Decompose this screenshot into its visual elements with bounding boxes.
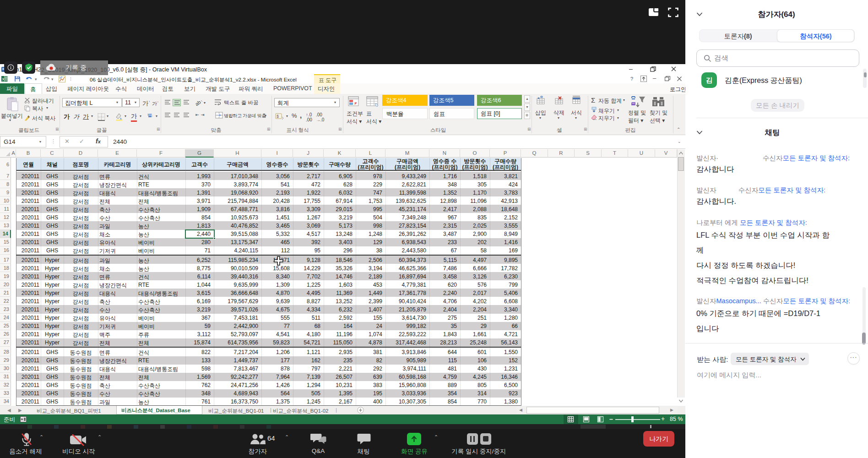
svg-text:≠: ≠ (354, 101, 357, 106)
svg-text:X: X (2, 77, 5, 82)
svg-text:$: $ (277, 114, 279, 119)
svg-text:ab: ab (195, 99, 202, 107)
